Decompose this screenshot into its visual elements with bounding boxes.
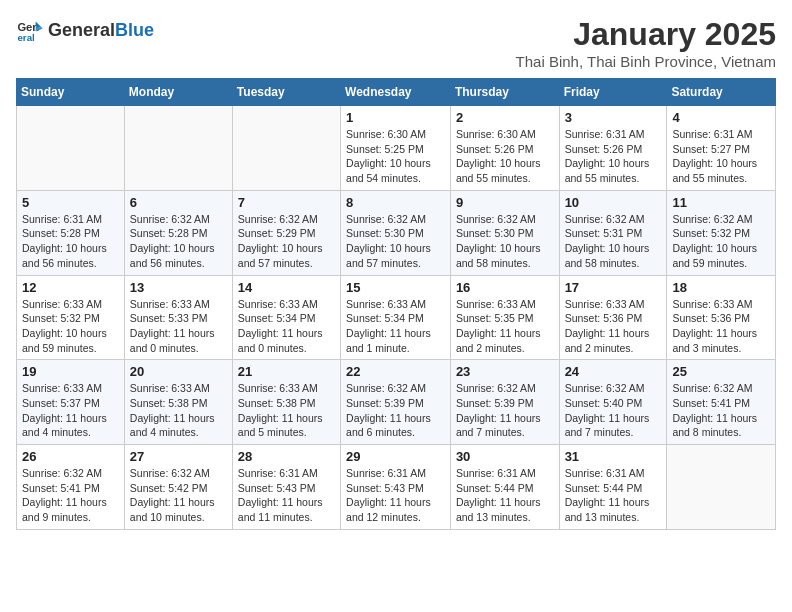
day-info: Sunrise: 6:33 AM Sunset: 5:38 PM Dayligh…	[130, 381, 227, 440]
day-number: 10	[565, 195, 662, 210]
day-info: Sunrise: 6:33 AM Sunset: 5:32 PM Dayligh…	[22, 297, 119, 356]
day-cell: 9Sunrise: 6:32 AM Sunset: 5:30 PM Daylig…	[450, 190, 559, 275]
week-row-5: 26Sunrise: 6:32 AM Sunset: 5:41 PM Dayli…	[17, 445, 776, 530]
day-cell: 15Sunrise: 6:33 AM Sunset: 5:34 PM Dayli…	[341, 275, 451, 360]
weekday-header-row: SundayMondayTuesdayWednesdayThursdayFrid…	[17, 79, 776, 106]
day-number: 17	[565, 280, 662, 295]
day-number: 30	[456, 449, 554, 464]
day-number: 3	[565, 110, 662, 125]
day-cell: 18Sunrise: 6:33 AM Sunset: 5:36 PM Dayli…	[667, 275, 776, 360]
calendar-body: 1Sunrise: 6:30 AM Sunset: 5:25 PM Daylig…	[17, 106, 776, 530]
page-header: Gen eral GeneralBlue January 2025 Thai B…	[16, 16, 776, 70]
day-cell: 26Sunrise: 6:32 AM Sunset: 5:41 PM Dayli…	[17, 445, 125, 530]
day-number: 8	[346, 195, 445, 210]
day-info: Sunrise: 6:30 AM Sunset: 5:25 PM Dayligh…	[346, 127, 445, 186]
day-cell: 19Sunrise: 6:33 AM Sunset: 5:37 PM Dayli…	[17, 360, 125, 445]
weekday-header-saturday: Saturday	[667, 79, 776, 106]
day-info: Sunrise: 6:33 AM Sunset: 5:37 PM Dayligh…	[22, 381, 119, 440]
week-row-4: 19Sunrise: 6:33 AM Sunset: 5:37 PM Dayli…	[17, 360, 776, 445]
day-cell	[232, 106, 340, 191]
day-info: Sunrise: 6:32 AM Sunset: 5:32 PM Dayligh…	[672, 212, 770, 271]
weekday-header-thursday: Thursday	[450, 79, 559, 106]
day-number: 12	[22, 280, 119, 295]
weekday-header-wednesday: Wednesday	[341, 79, 451, 106]
day-cell: 3Sunrise: 6:31 AM Sunset: 5:26 PM Daylig…	[559, 106, 667, 191]
day-info: Sunrise: 6:33 AM Sunset: 5:36 PM Dayligh…	[672, 297, 770, 356]
day-info: Sunrise: 6:33 AM Sunset: 5:38 PM Dayligh…	[238, 381, 335, 440]
day-number: 31	[565, 449, 662, 464]
day-cell: 22Sunrise: 6:32 AM Sunset: 5:39 PM Dayli…	[341, 360, 451, 445]
day-info: Sunrise: 6:32 AM Sunset: 5:39 PM Dayligh…	[456, 381, 554, 440]
day-info: Sunrise: 6:31 AM Sunset: 5:44 PM Dayligh…	[565, 466, 662, 525]
day-info: Sunrise: 6:32 AM Sunset: 5:40 PM Dayligh…	[565, 381, 662, 440]
day-cell: 10Sunrise: 6:32 AM Sunset: 5:31 PM Dayli…	[559, 190, 667, 275]
day-info: Sunrise: 6:31 AM Sunset: 5:43 PM Dayligh…	[346, 466, 445, 525]
day-cell	[17, 106, 125, 191]
day-info: Sunrise: 6:32 AM Sunset: 5:28 PM Dayligh…	[130, 212, 227, 271]
day-info: Sunrise: 6:32 AM Sunset: 5:39 PM Dayligh…	[346, 381, 445, 440]
day-number: 6	[130, 195, 227, 210]
day-number: 7	[238, 195, 335, 210]
day-cell: 14Sunrise: 6:33 AM Sunset: 5:34 PM Dayli…	[232, 275, 340, 360]
day-number: 28	[238, 449, 335, 464]
day-number: 1	[346, 110, 445, 125]
day-cell: 21Sunrise: 6:33 AM Sunset: 5:38 PM Dayli…	[232, 360, 340, 445]
logo-icon: Gen eral	[16, 16, 44, 44]
week-row-1: 1Sunrise: 6:30 AM Sunset: 5:25 PM Daylig…	[17, 106, 776, 191]
day-info: Sunrise: 6:31 AM Sunset: 5:43 PM Dayligh…	[238, 466, 335, 525]
weekday-header-sunday: Sunday	[17, 79, 125, 106]
day-cell: 16Sunrise: 6:33 AM Sunset: 5:35 PM Dayli…	[450, 275, 559, 360]
day-number: 2	[456, 110, 554, 125]
weekday-header-friday: Friday	[559, 79, 667, 106]
day-info: Sunrise: 6:33 AM Sunset: 5:34 PM Dayligh…	[238, 297, 335, 356]
day-number: 5	[22, 195, 119, 210]
logo-general-text: General	[48, 20, 115, 41]
day-number: 24	[565, 364, 662, 379]
day-info: Sunrise: 6:31 AM Sunset: 5:26 PM Dayligh…	[565, 127, 662, 186]
day-cell: 12Sunrise: 6:33 AM Sunset: 5:32 PM Dayli…	[17, 275, 125, 360]
day-number: 26	[22, 449, 119, 464]
day-cell	[124, 106, 232, 191]
location-title: Thai Binh, Thai Binh Province, Vietnam	[516, 53, 776, 70]
day-cell: 27Sunrise: 6:32 AM Sunset: 5:42 PM Dayli…	[124, 445, 232, 530]
day-number: 22	[346, 364, 445, 379]
weekday-header-tuesday: Tuesday	[232, 79, 340, 106]
day-cell: 31Sunrise: 6:31 AM Sunset: 5:44 PM Dayli…	[559, 445, 667, 530]
day-cell	[667, 445, 776, 530]
day-cell: 29Sunrise: 6:31 AM Sunset: 5:43 PM Dayli…	[341, 445, 451, 530]
title-block: January 2025 Thai Binh, Thai Binh Provin…	[516, 16, 776, 70]
day-cell: 25Sunrise: 6:32 AM Sunset: 5:41 PM Dayli…	[667, 360, 776, 445]
day-number: 15	[346, 280, 445, 295]
day-info: Sunrise: 6:32 AM Sunset: 5:41 PM Dayligh…	[22, 466, 119, 525]
day-info: Sunrise: 6:32 AM Sunset: 5:41 PM Dayligh…	[672, 381, 770, 440]
day-cell: 5Sunrise: 6:31 AM Sunset: 5:28 PM Daylig…	[17, 190, 125, 275]
week-row-2: 5Sunrise: 6:31 AM Sunset: 5:28 PM Daylig…	[17, 190, 776, 275]
day-number: 19	[22, 364, 119, 379]
weekday-header-monday: Monday	[124, 79, 232, 106]
day-number: 4	[672, 110, 770, 125]
day-cell: 24Sunrise: 6:32 AM Sunset: 5:40 PM Dayli…	[559, 360, 667, 445]
day-number: 29	[346, 449, 445, 464]
day-info: Sunrise: 6:31 AM Sunset: 5:27 PM Dayligh…	[672, 127, 770, 186]
day-number: 23	[456, 364, 554, 379]
day-info: Sunrise: 6:33 AM Sunset: 5:35 PM Dayligh…	[456, 297, 554, 356]
day-info: Sunrise: 6:30 AM Sunset: 5:26 PM Dayligh…	[456, 127, 554, 186]
day-info: Sunrise: 6:32 AM Sunset: 5:30 PM Dayligh…	[346, 212, 445, 271]
day-number: 11	[672, 195, 770, 210]
day-cell: 11Sunrise: 6:32 AM Sunset: 5:32 PM Dayli…	[667, 190, 776, 275]
day-info: Sunrise: 6:32 AM Sunset: 5:42 PM Dayligh…	[130, 466, 227, 525]
day-number: 9	[456, 195, 554, 210]
day-number: 20	[130, 364, 227, 379]
day-number: 13	[130, 280, 227, 295]
day-cell: 20Sunrise: 6:33 AM Sunset: 5:38 PM Dayli…	[124, 360, 232, 445]
day-number: 18	[672, 280, 770, 295]
day-number: 14	[238, 280, 335, 295]
day-cell: 23Sunrise: 6:32 AM Sunset: 5:39 PM Dayli…	[450, 360, 559, 445]
day-cell: 13Sunrise: 6:33 AM Sunset: 5:33 PM Dayli…	[124, 275, 232, 360]
calendar-table: SundayMondayTuesdayWednesdayThursdayFrid…	[16, 78, 776, 530]
day-number: 16	[456, 280, 554, 295]
day-info: Sunrise: 6:32 AM Sunset: 5:30 PM Dayligh…	[456, 212, 554, 271]
day-cell: 4Sunrise: 6:31 AM Sunset: 5:27 PM Daylig…	[667, 106, 776, 191]
day-number: 21	[238, 364, 335, 379]
day-cell: 7Sunrise: 6:32 AM Sunset: 5:29 PM Daylig…	[232, 190, 340, 275]
